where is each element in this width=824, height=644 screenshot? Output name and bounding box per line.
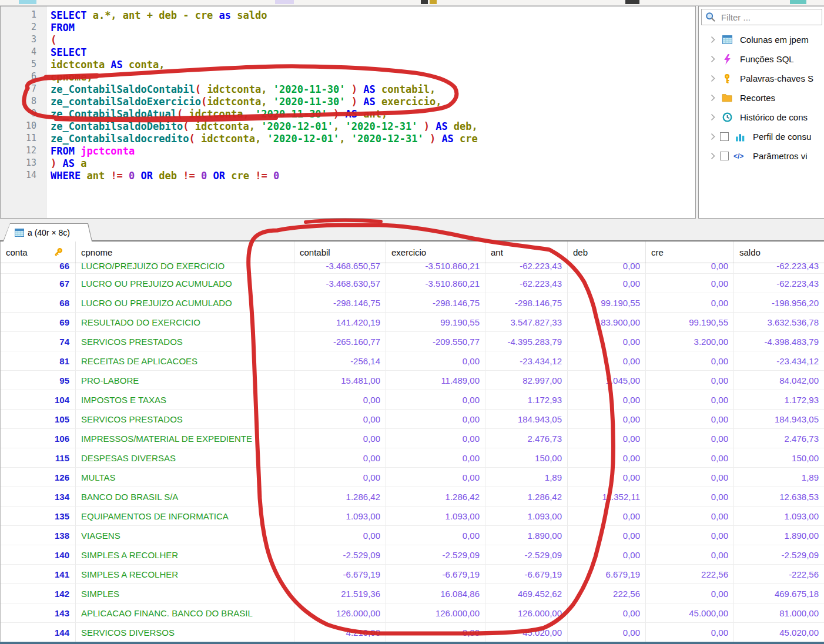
cell-exercicio[interactable]: 0,00 bbox=[386, 429, 485, 448]
cell-conta[interactable]: 143 bbox=[1, 603, 76, 622]
cell-cre[interactable]: 0,00 bbox=[646, 507, 734, 525]
cell-contabil[interactable]: 0,00 bbox=[294, 448, 386, 467]
cell-saldo[interactable]: 12.638,53 bbox=[734, 487, 824, 506]
table-row[interactable]: 143APLICACAO FINANC. BANCO DO BRASIL126.… bbox=[1, 603, 824, 623]
cell-cpnome[interactable]: MULTAS bbox=[76, 468, 294, 487]
cell-cre[interactable]: 3.200,00 bbox=[646, 332, 734, 351]
code-line[interactable]: ze_contabilSaldoExercicio(idctconta, '20… bbox=[51, 96, 478, 108]
cell-deb[interactable]: 0,00 bbox=[568, 429, 646, 448]
cell-ant[interactable]: 469.452,62 bbox=[485, 584, 568, 603]
cell-deb[interactable]: 0,00 bbox=[568, 332, 646, 351]
cell-deb[interactable]: 1.045,00 bbox=[568, 371, 646, 390]
cell-conta[interactable]: 104 bbox=[1, 390, 76, 409]
results-tab[interactable]: a (40r × 8c) bbox=[3, 223, 92, 242]
cell-ant[interactable]: -62.223,43 bbox=[485, 263, 568, 274]
code-line[interactable]: ) AS a bbox=[51, 157, 478, 170]
cell-cpnome[interactable]: RESULTADO DO EXERCICIO bbox=[76, 313, 294, 331]
cell-saldo[interactable]: 150,00 bbox=[734, 448, 824, 467]
cell-ant[interactable]: 184.943,05 bbox=[485, 410, 568, 428]
cell-cpnome[interactable]: RECEITAS DE APLICACOES bbox=[76, 351, 294, 370]
cell-cpnome[interactable]: SERVICOS PRESTADOS bbox=[76, 410, 294, 428]
cell-contabil[interactable]: -265.160,77 bbox=[294, 332, 386, 351]
chevron-right-icon[interactable] bbox=[711, 113, 720, 121]
cell-exercicio[interactable]: 1.093,00 bbox=[386, 507, 485, 525]
cell-cre[interactable]: 0,00 bbox=[646, 263, 734, 274]
code-line[interactable]: WHERE ant != 0 OR deb != 0 OR cre != 0 bbox=[51, 170, 478, 182]
table-row[interactable]: 138VIAGENS0,000,001.890,000,000,001.890,… bbox=[1, 526, 824, 545]
cell-contabil[interactable]: -298.146,75 bbox=[294, 293, 386, 312]
cell-cre[interactable]: 0,00 bbox=[646, 448, 734, 467]
cell-ant[interactable]: 150,00 bbox=[485, 448, 568, 467]
cell-cre[interactable]: 0,00 bbox=[646, 487, 734, 506]
cell-cpnome[interactable]: SERVICOS DIVERSOS bbox=[76, 623, 294, 642]
table-row[interactable]: 104IMPOSTOS E TAXAS0,000,001.172,930,000… bbox=[1, 390, 824, 410]
cell-deb[interactable]: 222,56 bbox=[568, 584, 646, 603]
tree-item-par-metros-vi[interactable]: </>Parâmetros vi bbox=[699, 146, 824, 166]
cell-deb[interactable]: 0,00 bbox=[568, 351, 646, 370]
cell-exercicio[interactable]: 0,00 bbox=[386, 390, 485, 409]
cell-saldo[interactable]: 2.476,73 bbox=[734, 429, 824, 448]
cell-ant[interactable]: 1.286,42 bbox=[485, 487, 568, 506]
checkbox[interactable] bbox=[720, 132, 729, 141]
cell-ant[interactable]: 1,89 bbox=[485, 468, 568, 487]
cell-ant[interactable]: -62.223,43 bbox=[485, 274, 568, 293]
cell-exercicio[interactable]: 1.286,42 bbox=[386, 487, 485, 506]
cell-saldo[interactable]: -62.223,43 bbox=[734, 274, 824, 293]
cell-contabil[interactable]: 4.210,00 bbox=[294, 623, 386, 642]
cell-contabil[interactable]: -6.679,19 bbox=[294, 565, 386, 583]
cell-cre[interactable]: 0,00 bbox=[646, 526, 734, 545]
cell-ant[interactable]: 82.997,00 bbox=[485, 371, 568, 390]
cell-ant[interactable]: 45.020,00 bbox=[485, 623, 568, 642]
cell-cre[interactable]: 0,00 bbox=[646, 545, 734, 564]
cell-cre[interactable]: 0,00 bbox=[646, 429, 734, 448]
cell-contabil[interactable]: 0,00 bbox=[294, 410, 386, 428]
cell-saldo[interactable]: -4.398.483,79 bbox=[734, 332, 824, 351]
chevron-right-icon[interactable] bbox=[711, 55, 720, 63]
cell-contabil[interactable]: 0,00 bbox=[294, 390, 386, 409]
cell-ant[interactable]: 1.172,93 bbox=[485, 390, 568, 409]
cell-ant[interactable]: 2.476,73 bbox=[485, 429, 568, 448]
header-cell-cre[interactable]: cre bbox=[646, 242, 734, 263]
cell-saldo[interactable]: 1.890,00 bbox=[734, 526, 824, 545]
cell-deb[interactable]: 0,00 bbox=[568, 603, 646, 622]
cell-deb[interactable]: 0,00 bbox=[568, 263, 646, 274]
cell-ant[interactable]: 1.093,00 bbox=[485, 507, 568, 525]
cell-cre[interactable]: 0,00 bbox=[646, 410, 734, 428]
cell-conta[interactable]: 67 bbox=[1, 274, 76, 293]
cell-saldo[interactable]: -222,56 bbox=[734, 565, 824, 583]
table-row[interactable]: 140SIMPLES A RECOLHER-2.529,09-2.529,09-… bbox=[1, 545, 824, 565]
table-row[interactable]: 106IMPRESSOS/MATERIAL DE EXPEDIENTE0,000… bbox=[1, 429, 824, 448]
table-row[interactable]: 135EQUIPAMENTOS DE INFORMATICA1.093,001.… bbox=[1, 507, 824, 526]
tree-item-recortes[interactable]: Recortes bbox=[699, 88, 824, 108]
code-line[interactable]: cpnome, bbox=[51, 71, 478, 83]
cell-exercicio[interactable]: -298.146,75 bbox=[386, 293, 485, 312]
cell-contabil[interactable]: -256,14 bbox=[294, 351, 386, 370]
chevron-right-icon[interactable] bbox=[711, 94, 720, 102]
table-row[interactable]: 126MULTAS0,000,001,890,000,001,89 bbox=[1, 468, 824, 487]
cell-exercicio[interactable]: 0,00 bbox=[386, 448, 485, 467]
cell-saldo[interactable]: 469.675,18 bbox=[734, 584, 824, 603]
cell-saldo[interactable]: -23.434,12 bbox=[734, 351, 824, 370]
header-cell-ant[interactable]: ant bbox=[485, 242, 568, 263]
cell-exercicio[interactable]: -3.510.860,21 bbox=[386, 263, 485, 274]
cell-contabil[interactable]: 21.519,36 bbox=[294, 584, 386, 603]
cell-conta[interactable]: 138 bbox=[1, 526, 76, 545]
cell-conta[interactable]: 74 bbox=[1, 332, 76, 351]
cell-contabil[interactable]: 1.093,00 bbox=[294, 507, 386, 525]
cell-ant[interactable]: -4.395.283,79 bbox=[485, 332, 568, 351]
table-row[interactable]: 74SERVICOS PRESTADOS-265.160,77-209.550,… bbox=[1, 332, 824, 351]
cell-cpnome[interactable]: SIMPLES bbox=[76, 584, 294, 603]
header-cell-conta[interactable]: conta bbox=[1, 242, 76, 263]
table-row[interactable]: 144SERVICOS DIVERSOS4.210,000,0045.020,0… bbox=[1, 623, 824, 642]
table-row[interactable]: 95PRO-LABORE15.481,0011.489,0082.997,001… bbox=[1, 371, 824, 390]
cell-ant[interactable]: 126.000,00 bbox=[485, 603, 568, 622]
cell-conta[interactable]: 134 bbox=[1, 487, 76, 506]
chevron-right-icon[interactable] bbox=[711, 152, 720, 160]
cell-deb[interactable]: 0,00 bbox=[568, 623, 646, 642]
cell-deb[interactable]: 99.190,55 bbox=[568, 293, 646, 312]
chevron-right-icon[interactable] bbox=[711, 133, 720, 140]
cell-cre[interactable]: 99.190,55 bbox=[646, 313, 734, 331]
cell-conta[interactable]: 141 bbox=[1, 565, 76, 583]
table-row[interactable]: 141SIMPLES A RECOLHER-6.679,19-6.679,19-… bbox=[1, 565, 824, 584]
table-row[interactable]: 142SIMPLES21.519,3616.084,86469.452,6222… bbox=[1, 584, 824, 603]
